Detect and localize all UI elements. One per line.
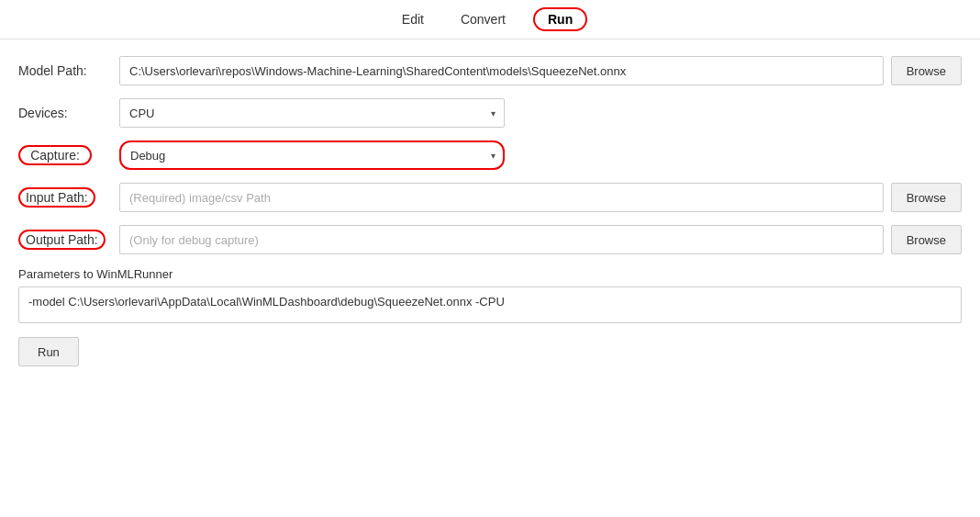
- capture-label: Capture:: [18, 145, 92, 165]
- devices-select-wrapper: CPU GPU DirectML ▾: [119, 98, 505, 128]
- input-path-label: Input Path:: [18, 187, 95, 208]
- input-path-browse-button[interactable]: Browse: [891, 183, 962, 212]
- output-path-row: Output Path: Browse: [18, 225, 962, 254]
- nav-convert[interactable]: Convert: [451, 8, 515, 30]
- nav-edit[interactable]: Edit: [393, 8, 433, 30]
- output-path-label: Output Path:: [18, 230, 106, 250]
- main-form: Model Path: Browse Devices: CPU GPU Dire…: [0, 39, 980, 376]
- capture-select[interactable]: Debug Release None: [119, 140, 505, 170]
- input-path-input[interactable]: [119, 183, 884, 212]
- capture-select-wrapper: Debug Release None ▾: [119, 140, 505, 170]
- model-path-input[interactable]: [119, 56, 884, 85]
- model-path-label: Model Path:: [18, 63, 119, 78]
- model-path-browse-button[interactable]: Browse: [891, 56, 962, 85]
- parameters-section: Parameters to WinMLRunner: [18, 267, 962, 326]
- top-navigation: Edit Convert Run: [0, 0, 980, 39]
- model-path-row: Model Path: Browse: [18, 56, 962, 85]
- devices-label: Devices:: [18, 106, 119, 120]
- devices-row: Devices: CPU GPU DirectML ▾: [18, 98, 962, 128]
- run-button[interactable]: Run: [18, 337, 79, 366]
- input-path-row: Input Path: Browse: [18, 183, 962, 212]
- nav-run[interactable]: Run: [533, 7, 587, 31]
- parameters-textarea[interactable]: [18, 287, 962, 323]
- devices-select[interactable]: CPU GPU DirectML: [119, 98, 505, 128]
- output-path-input[interactable]: [119, 225, 884, 254]
- capture-row: Capture: Debug Release None ▾: [18, 140, 962, 170]
- parameters-label: Parameters to WinMLRunner: [18, 267, 962, 281]
- output-path-browse-button[interactable]: Browse: [891, 225, 962, 254]
